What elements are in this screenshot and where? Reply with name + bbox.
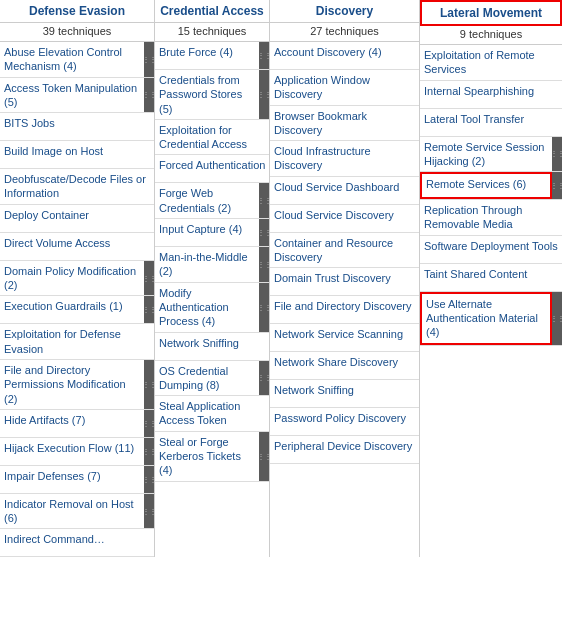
- item-label[interactable]: Network Sniffing: [270, 380, 419, 407]
- list-item: Input Capture (4): [155, 219, 269, 247]
- list-item: Build Image on Host: [0, 141, 154, 169]
- item-label[interactable]: Exploitation of Remote Services: [420, 45, 562, 80]
- list-item: Network Sniffing: [155, 333, 269, 361]
- item-label[interactable]: Hide Artifacts (7): [0, 410, 144, 437]
- list-item: Forge Web Credentials (2): [155, 183, 269, 219]
- item-label[interactable]: Container and Resource Discovery: [270, 233, 419, 268]
- item-label[interactable]: Modify Authentication Process (4): [155, 283, 259, 332]
- item-label[interactable]: Forced Authentication: [155, 155, 269, 182]
- list-item: Remote Services (6): [420, 172, 562, 200]
- item-label[interactable]: Browser Bookmark Discovery: [270, 106, 419, 141]
- drag-handle[interactable]: [552, 172, 562, 199]
- item-label[interactable]: Deobfuscate/Decode Files or Information: [0, 169, 154, 204]
- drag-handle[interactable]: [144, 261, 154, 296]
- item-label[interactable]: Peripheral Device Discovery: [270, 436, 419, 463]
- item-label[interactable]: Direct Volume Access: [0, 233, 154, 260]
- item-label[interactable]: Access Token Manipulation (5): [0, 78, 144, 113]
- item-label[interactable]: Remote Services (6): [420, 172, 552, 199]
- item-label[interactable]: Network Service Scanning: [270, 324, 419, 351]
- item-label[interactable]: Execution Guardrails (1): [0, 296, 144, 323]
- list-item: Indicator Removal on Host (6): [0, 494, 154, 530]
- drag-handle[interactable]: [259, 70, 269, 119]
- item-label[interactable]: Domain Policy Modification (2): [0, 261, 144, 296]
- drag-handle[interactable]: [144, 360, 154, 409]
- item-label[interactable]: Build Image on Host: [0, 141, 154, 168]
- item-label[interactable]: Password Policy Discovery: [270, 408, 419, 435]
- item-label[interactable]: Credentials from Password Stores (5): [155, 70, 259, 119]
- item-label[interactable]: Software Deployment Tools: [420, 236, 562, 263]
- list-item: Container and Resource Discovery: [270, 233, 419, 269]
- column-credential: Credential Access15 techniquesBrute Forc…: [155, 0, 270, 557]
- drag-handle[interactable]: [259, 247, 269, 282]
- list-item: Impair Defenses (7): [0, 466, 154, 494]
- drag-handle[interactable]: [259, 42, 269, 69]
- list-item: Internal Spearphishing: [420, 81, 562, 109]
- drag-handle[interactable]: [259, 432, 269, 481]
- item-label[interactable]: Domain Trust Discovery: [270, 268, 419, 295]
- item-label[interactable]: Man-in-the-Middle (2): [155, 247, 259, 282]
- item-label[interactable]: Indicator Removal on Host (6): [0, 494, 144, 529]
- item-label[interactable]: File and Directory Permissions Modificat…: [0, 360, 144, 409]
- item-label[interactable]: File and Directory Discovery: [270, 296, 419, 323]
- drag-handle[interactable]: [259, 219, 269, 246]
- item-label[interactable]: Input Capture (4): [155, 219, 259, 246]
- item-label[interactable]: Remote Service Session Hijacking (2): [420, 137, 552, 172]
- item-label[interactable]: Deploy Container: [0, 205, 154, 232]
- item-label[interactable]: Taint Shared Content: [420, 264, 562, 291]
- item-label[interactable]: Exploitation for Defense Evasion: [0, 324, 154, 359]
- list-item: Use Alternate Authentication Material (4…: [420, 292, 562, 346]
- drag-handle[interactable]: [144, 466, 154, 493]
- item-label[interactable]: Indirect Command…: [0, 529, 154, 556]
- drag-handle[interactable]: [552, 292, 562, 345]
- item-label[interactable]: Internal Spearphishing: [420, 81, 562, 108]
- item-label[interactable]: Brute Force (4): [155, 42, 259, 69]
- list-item: Forced Authentication: [155, 155, 269, 183]
- list-item: Cloud Service Dashboard: [270, 177, 419, 205]
- list-item: Password Policy Discovery: [270, 408, 419, 436]
- drag-handle[interactable]: [144, 42, 154, 77]
- item-label[interactable]: Steal Application Access Token: [155, 396, 269, 431]
- drag-handle[interactable]: [144, 296, 154, 323]
- item-label[interactable]: Replication Through Removable Media: [420, 200, 562, 235]
- item-label[interactable]: Network Share Discovery: [270, 352, 419, 379]
- drag-handle[interactable]: [144, 78, 154, 113]
- list-item: Software Deployment Tools: [420, 236, 562, 264]
- items-list-lateral: Exploitation of Remote ServicesInternal …: [420, 45, 562, 346]
- drag-handle[interactable]: [144, 494, 154, 529]
- list-item: Man-in-the-Middle (2): [155, 247, 269, 283]
- item-label[interactable]: Abuse Elevation Control Mechanism (4): [0, 42, 144, 77]
- item-label[interactable]: Cloud Service Dashboard: [270, 177, 419, 204]
- drag-handle[interactable]: [259, 183, 269, 218]
- item-label[interactable]: Use Alternate Authentication Material (4…: [420, 292, 552, 345]
- drag-handle[interactable]: [144, 410, 154, 437]
- drag-handle[interactable]: [259, 283, 269, 332]
- item-label[interactable]: Exploitation for Credential Access: [155, 120, 269, 155]
- list-item: Taint Shared Content: [420, 264, 562, 292]
- column-lateral: Lateral Movement9 techniquesExploitation…: [420, 0, 562, 557]
- list-item: Abuse Elevation Control Mechanism (4): [0, 42, 154, 78]
- item-label[interactable]: Impair Defenses (7): [0, 466, 144, 493]
- drag-handle[interactable]: [144, 438, 154, 465]
- list-item: Brute Force (4): [155, 42, 269, 70]
- item-label[interactable]: Application Window Discovery: [270, 70, 419, 105]
- list-item: Lateral Tool Transfer: [420, 109, 562, 137]
- item-label[interactable]: Cloud Service Discovery: [270, 205, 419, 232]
- column-discovery: Discovery27 techniquesAccount Discovery …: [270, 0, 420, 557]
- item-label[interactable]: Network Sniffing: [155, 333, 269, 360]
- item-label[interactable]: Forge Web Credentials (2): [155, 183, 259, 218]
- item-label[interactable]: Account Discovery (4): [270, 42, 419, 69]
- item-label[interactable]: Cloud Infrastructure Discovery: [270, 141, 419, 176]
- drag-handle[interactable]: [259, 361, 269, 396]
- drag-handle[interactable]: [552, 137, 562, 172]
- col-subheader-defense: 39 techniques: [0, 23, 154, 42]
- item-label[interactable]: BITS Jobs: [0, 113, 154, 140]
- list-item: Hide Artifacts (7): [0, 410, 154, 438]
- item-label[interactable]: OS Credential Dumping (8): [155, 361, 259, 396]
- col-header-defense: Defense Evasion: [0, 0, 154, 23]
- list-item: Indirect Command…: [0, 529, 154, 557]
- list-item: Exploitation for Credential Access: [155, 120, 269, 156]
- item-label[interactable]: Lateral Tool Transfer: [420, 109, 562, 136]
- item-label[interactable]: Steal or Forge Kerberos Tickets (4): [155, 432, 259, 481]
- item-label[interactable]: Hijack Execution Flow (11): [0, 438, 144, 465]
- items-list-discovery: Account Discovery (4)Application Window …: [270, 42, 419, 464]
